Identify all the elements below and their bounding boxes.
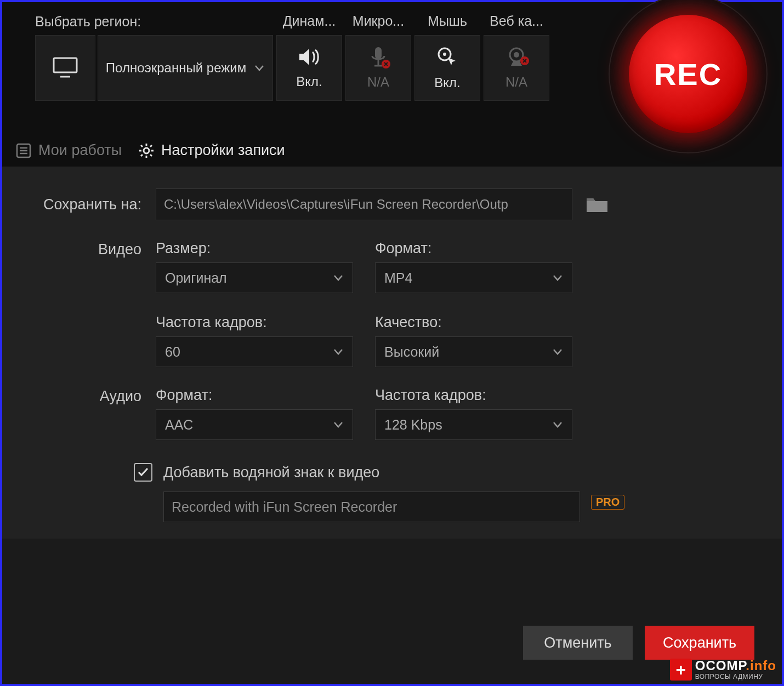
chevron-down-icon bbox=[552, 346, 563, 357]
record-button[interactable]: REC bbox=[609, 0, 768, 153]
site-watermark: + OCOMP.info ВОПРОСЫ АДМИНУ bbox=[670, 659, 776, 681]
audio-bitrate-value: 128 Kbps bbox=[384, 417, 442, 433]
save-path-input[interactable] bbox=[156, 188, 572, 220]
svg-point-13 bbox=[144, 148, 149, 153]
video-size-select[interactable]: Оригинал bbox=[156, 262, 353, 293]
settings-panel: Сохранить на: Видео Размер: Оригинал Фор… bbox=[2, 167, 782, 539]
chevron-down-icon bbox=[333, 272, 344, 283]
video-fps-select[interactable]: 60 bbox=[156, 336, 353, 367]
cancel-button[interactable]: Отменить bbox=[523, 626, 633, 660]
region-label: Выбрать регион: bbox=[35, 14, 273, 30]
plus-icon: + bbox=[670, 659, 692, 681]
region-mode-select[interactable]: Полноэкранный режим bbox=[98, 35, 273, 101]
mouse-state: Вкл. bbox=[434, 75, 460, 90]
tab-my-works-label: Мои работы bbox=[38, 142, 122, 159]
check-icon bbox=[137, 466, 150, 479]
brand-tagline: ВОПРОСЫ АДМИНУ bbox=[695, 673, 776, 680]
footer-buttons: Отменить Сохранить bbox=[523, 626, 754, 660]
video-format-select[interactable]: MP4 bbox=[375, 262, 572, 293]
folder-icon bbox=[586, 195, 609, 214]
svg-rect-0 bbox=[54, 58, 77, 72]
webcam-toggle[interactable]: N/A bbox=[484, 35, 549, 101]
audio-section-label: Аудио bbox=[30, 387, 156, 440]
video-quality-value: Высокий bbox=[384, 344, 439, 360]
app-window: Выбрать регион: Полноэкранный режим Дина… bbox=[0, 0, 784, 686]
svg-point-7 bbox=[514, 52, 519, 58]
brand-name: OCOMP.info bbox=[695, 659, 776, 672]
chevron-down-icon bbox=[333, 346, 344, 357]
watermark-label: Добавить водяной знак к видео bbox=[163, 464, 379, 481]
speaker-header: Динам... bbox=[276, 13, 342, 30]
video-format-value: MP4 bbox=[384, 270, 412, 286]
gear-icon bbox=[138, 142, 155, 159]
list-icon bbox=[15, 142, 32, 159]
tab-bar: Мои работы Настройки записи bbox=[15, 142, 285, 167]
region-mode-label: Полноэкранный режим bbox=[106, 60, 246, 76]
video-quality-label: Качество: bbox=[375, 314, 572, 331]
svg-rect-2 bbox=[375, 47, 382, 59]
video-fps-value: 60 bbox=[165, 344, 180, 360]
tab-record-settings[interactable]: Настройки записи bbox=[138, 142, 285, 159]
video-size-label: Размер: bbox=[156, 240, 353, 257]
pro-badge: PRO bbox=[591, 495, 624, 510]
watermark-text-input[interactable]: Recorded with iFun Screen Recorder bbox=[163, 491, 580, 522]
tab-my-works[interactable]: Мои работы bbox=[15, 142, 122, 159]
audio-bitrate-select[interactable]: 128 Kbps bbox=[375, 409, 572, 440]
webcam-header: Веб ка... bbox=[484, 13, 549, 30]
mic-toggle[interactable]: N/A bbox=[345, 35, 411, 101]
speaker-icon bbox=[297, 47, 321, 67]
save-button[interactable]: Сохранить bbox=[645, 626, 754, 660]
speaker-toggle[interactable]: Вкл. bbox=[276, 35, 342, 101]
mic-state: N/A bbox=[367, 75, 389, 90]
cursor-click-icon bbox=[436, 45, 459, 68]
disabled-badge-icon bbox=[520, 56, 530, 66]
mic-header: Микро... bbox=[345, 13, 411, 30]
svg-point-5 bbox=[443, 53, 446, 56]
mouse-header: Мышь bbox=[414, 13, 480, 30]
audio-format-select[interactable]: AAC bbox=[156, 409, 353, 440]
audio-format-label: Формат: bbox=[156, 387, 353, 404]
top-toolbar: Выбрать регион: Полноэкранный режим Дина… bbox=[2, 2, 782, 167]
speaker-state: Вкл. bbox=[296, 74, 322, 89]
monitor-button[interactable] bbox=[35, 35, 95, 101]
browse-folder-button[interactable] bbox=[583, 191, 611, 218]
chevron-down-icon bbox=[552, 272, 563, 283]
chevron-down-icon bbox=[552, 419, 563, 430]
monitor-icon bbox=[53, 57, 78, 79]
audio-bitrate-label: Частота кадров: bbox=[375, 387, 572, 404]
chevron-down-icon bbox=[254, 62, 265, 73]
watermark-text-value: Recorded with iFun Screen Recorder bbox=[172, 499, 397, 515]
save-to-label: Сохранить на: bbox=[30, 196, 156, 213]
watermark-checkbox[interactable] bbox=[134, 463, 152, 482]
video-size-value: Оригинал bbox=[165, 270, 227, 286]
video-quality-select[interactable]: Высокий bbox=[375, 336, 572, 367]
video-format-label: Формат: bbox=[375, 240, 572, 257]
chevron-down-icon bbox=[333, 419, 344, 430]
disabled-badge-icon bbox=[381, 59, 391, 69]
video-fps-label: Частота кадров: bbox=[156, 314, 353, 331]
record-button-label: REC bbox=[629, 15, 747, 133]
audio-format-value: AAC bbox=[165, 417, 193, 433]
mouse-toggle[interactable]: Вкл. bbox=[414, 35, 480, 101]
video-section-label: Видео bbox=[30, 240, 156, 367]
webcam-state: N/A bbox=[505, 75, 527, 90]
tab-record-settings-label: Настройки записи bbox=[161, 142, 285, 159]
